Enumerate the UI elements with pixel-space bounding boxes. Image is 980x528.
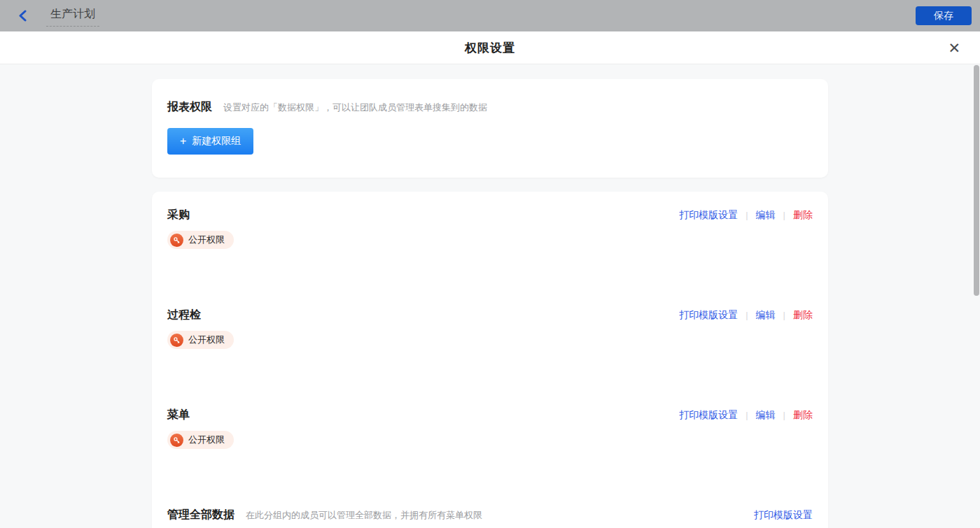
action-separator: |	[746, 410, 748, 420]
vertical-scrollbar[interactable]	[974, 65, 979, 296]
back-button[interactable]	[14, 8, 31, 24]
action-separator: |	[746, 210, 748, 220]
print-template-link[interactable]: 打印模版设置	[754, 509, 813, 522]
modal-body: 报表权限 设置对应的「数据权限」，可以让团队成员管理表单搜集到的数据 + 新建权…	[0, 64, 980, 528]
delete-link[interactable]: 删除	[793, 409, 813, 422]
key-icon	[170, 234, 183, 247]
delete-link[interactable]: 删除	[793, 309, 813, 322]
group-name: 菜单	[167, 408, 190, 422]
public-permission-tag: 公开权限	[167, 431, 234, 449]
modal-header: 权限设置 ✕	[0, 31, 980, 64]
action-separator: |	[783, 210, 785, 220]
permission-group-row: 过程检 打印模版设置 | 编辑 | 删除 公开权限	[167, 292, 813, 392]
public-permission-label: 公开权限	[188, 334, 225, 346]
close-icon[interactable]: ✕	[948, 41, 960, 55]
edit-link[interactable]: 编辑	[756, 409, 776, 422]
action-separator: |	[783, 310, 785, 320]
plus-icon: +	[180, 135, 186, 148]
manage-all-data-title: 管理全部数据	[167, 508, 234, 522]
action-separator: |	[783, 410, 785, 420]
public-permission-label: 公开权限	[188, 234, 225, 246]
edit-link[interactable]: 编辑	[756, 309, 776, 322]
action-separator: |	[746, 310, 748, 320]
group-name: 采购	[167, 208, 190, 222]
chevron-left-icon	[18, 10, 28, 22]
edit-link[interactable]: 编辑	[756, 209, 776, 222]
permission-group-row: 采购 打印模版设置 | 编辑 | 删除 公开权限	[167, 192, 813, 292]
key-icon	[170, 434, 183, 447]
manage-all-data-row: 管理全部数据 在此分组内的成员可以管理全部数据，并拥有所有菜单权限 打印模版设置	[167, 492, 813, 528]
permission-groups-card: 采购 打印模版设置 | 编辑 | 删除 公开权限	[152, 192, 828, 528]
print-template-link[interactable]: 打印模版设置	[679, 209, 738, 222]
permission-group-row: 菜单 打印模版设置 | 编辑 | 删除 公开权限	[167, 392, 813, 492]
delete-link[interactable]: 删除	[793, 209, 813, 222]
modal-title: 权限设置	[465, 40, 515, 56]
new-permission-group-label: 新建权限组	[192, 135, 241, 148]
print-template-link[interactable]: 打印模版设置	[679, 309, 738, 322]
public-permission-tag: 公开权限	[167, 331, 234, 349]
save-button[interactable]: 保存	[916, 6, 972, 25]
key-icon	[170, 334, 183, 347]
report-permission-title: 报表权限	[167, 100, 212, 115]
new-permission-group-button[interactable]: + 新建权限组	[167, 128, 253, 155]
public-permission-tag: 公开权限	[167, 231, 234, 249]
print-template-link[interactable]: 打印模版设置	[679, 409, 738, 422]
page-topbar: 生产计划 保存	[0, 0, 980, 31]
manage-all-data-description: 在此分组内的成员可以管理全部数据，并拥有所有菜单权限	[246, 509, 482, 522]
group-name: 过程检	[167, 308, 201, 322]
public-permission-label: 公开权限	[188, 434, 225, 446]
report-permission-card: 报表权限 设置对应的「数据权限」，可以让团队成员管理表单搜集到的数据 + 新建权…	[152, 79, 828, 178]
page-title[interactable]: 生产计划	[46, 6, 99, 27]
report-permission-description: 设置对应的「数据权限」，可以让团队成员管理表单搜集到的数据	[223, 101, 487, 114]
